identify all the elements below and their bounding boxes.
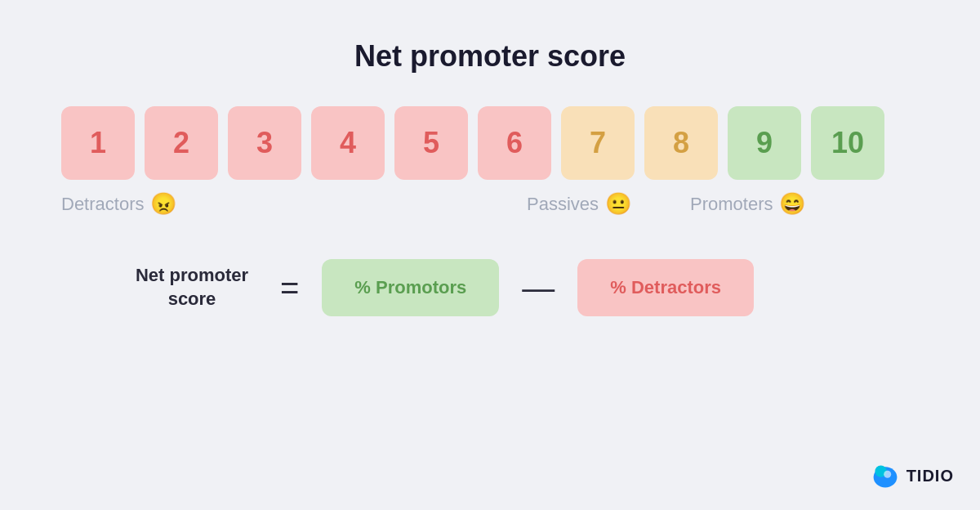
passives-emoji: 😐	[605, 191, 631, 217]
formula-equals: =	[280, 270, 299, 306]
formula-detractors-text: % Detractors	[610, 277, 721, 298]
score-box-4: 4	[311, 106, 385, 180]
labels-row: Detractors 😠 Passives 😐 Promoters 😄	[61, 191, 919, 217]
score-box-2: 2	[145, 106, 218, 180]
boxes-row: 1 2 3 4 5 6 7 8 9 10	[61, 106, 884, 180]
formula-promotors-text: % Promotors	[354, 277, 466, 298]
passives-text: Passives	[527, 194, 599, 215]
score-box-6: 6	[478, 106, 551, 180]
tidio-icon	[871, 461, 900, 490]
detractors-emoji: 😠	[150, 191, 176, 217]
formula-label: Net promoterscore	[127, 264, 257, 311]
tidio-brand-name: TIDIO	[906, 467, 954, 485]
score-box-3: 3	[228, 106, 301, 180]
score-box-1: 1	[61, 106, 135, 180]
score-box-8: 8	[644, 106, 718, 180]
score-box-5: 5	[394, 106, 468, 180]
detractors-text: Detractors	[61, 194, 144, 215]
score-section: 1 2 3 4 5 6 7 8 9 10 Detractors 😠 Passiv…	[61, 106, 919, 217]
score-box-10: 10	[811, 106, 884, 180]
page-title: Net promoter score	[354, 39, 626, 74]
passives-label: Passives 😐	[527, 191, 690, 217]
formula-promotors-box: % Promotors	[322, 259, 499, 316]
promoters-emoji: 😄	[779, 191, 805, 217]
promoters-label: Promoters 😄	[690, 191, 805, 217]
tidio-logo: TIDIO	[871, 461, 954, 490]
score-box-7: 7	[561, 106, 635, 180]
detractors-label: Detractors 😠	[61, 191, 527, 217]
svg-point-2	[884, 471, 891, 478]
score-box-9: 9	[728, 106, 801, 180]
formula-dash: —	[522, 270, 555, 306]
formula-detractors-box: % Detractors	[577, 259, 754, 316]
formula-label-text: Net promoterscore	[136, 265, 248, 309]
formula-section: Net promoterscore = % Promotors — % Detr…	[61, 259, 919, 316]
promoters-text: Promoters	[690, 194, 773, 215]
